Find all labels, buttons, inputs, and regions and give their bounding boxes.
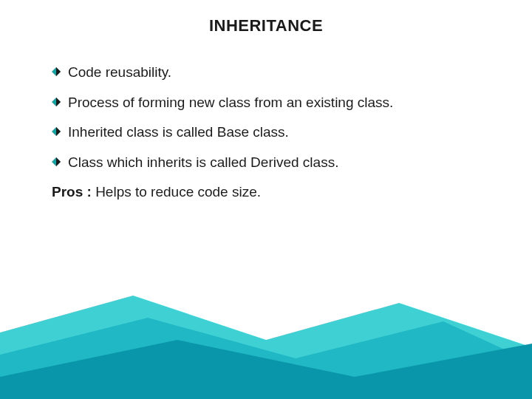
bullet-icon: [52, 98, 61, 106]
bullet-icon: [52, 157, 61, 166]
bullet-icon: [52, 127, 61, 136]
list-item: Code reusability.: [52, 64, 502, 82]
footer-decoration: [0, 288, 532, 399]
slide-content: Code reusability. Process of forming new…: [52, 64, 502, 200]
pros-text: Helps to reduce code size.: [95, 184, 261, 200]
list-item: Class which inherits is called Derived c…: [52, 154, 502, 172]
bullet-text: Inherited class is called Base class.: [68, 123, 502, 142]
list-item: Inherited class is called Base class.: [52, 123, 502, 142]
bullet-text: Class which inherits is called Derived c…: [68, 154, 502, 172]
list-item: Process of forming new class from an exi…: [52, 94, 502, 112]
bullet-text: Process of forming new class from an exi…: [68, 94, 502, 112]
slide-title: INHERITANCE: [0, 16, 532, 35]
bullet-text: Code reusability.: [68, 64, 502, 82]
pros-line: Pros : Helps to reduce code size.: [52, 184, 502, 200]
pros-label: Pros :: [52, 184, 95, 200]
bullet-icon: [52, 67, 61, 76]
slide: INHERITANCE Code reusability. Process of…: [0, 0, 532, 399]
